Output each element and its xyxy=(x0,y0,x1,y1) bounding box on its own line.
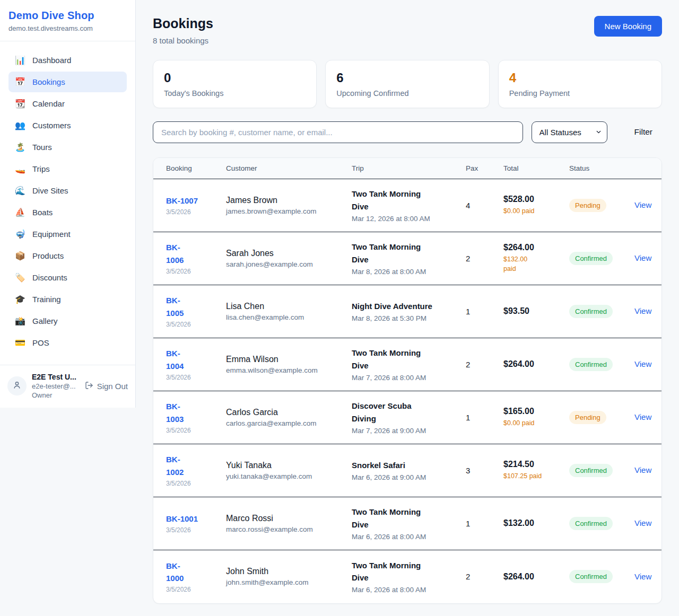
pax-count: 2 xyxy=(466,360,503,369)
trip-name: Two Tank MorningDive xyxy=(352,506,459,531)
pax-count: 1 xyxy=(466,413,503,422)
booking-date: 3/5/2026 xyxy=(166,480,220,487)
view-link[interactable]: View xyxy=(634,572,651,581)
page-header: Bookings 8 total bookings New Booking xyxy=(153,16,662,45)
new-booking-button[interactable]: New Booking xyxy=(594,16,662,37)
search-input[interactable] xyxy=(153,121,523,143)
stat-label: Pending Payment xyxy=(509,89,651,98)
status-badge: Pending xyxy=(569,411,606,424)
total-amount: $93.50 xyxy=(503,306,563,316)
sign-out-button[interactable]: Sign Out xyxy=(85,381,128,391)
status-badge: Confirmed xyxy=(569,305,613,318)
paid-amount: $0.00 paid xyxy=(503,206,563,216)
customer-email: james.brown@example.com xyxy=(226,207,345,215)
table-row: BK-1000 3/5/2026 John Smith john.smith@e… xyxy=(153,550,661,603)
status-badge: Pending xyxy=(569,199,606,212)
credit-card-icon: 💳 xyxy=(15,338,25,348)
booking-id-link[interactable]: BK-1003 xyxy=(166,400,184,425)
booking-id-link[interactable]: BK-1004 xyxy=(166,347,184,372)
pax-count: 1 xyxy=(466,307,503,316)
pax-count: 4 xyxy=(466,201,503,210)
sidebar-item-boats[interactable]: ⛵ Boats xyxy=(8,202,127,223)
view-link[interactable]: View xyxy=(634,306,651,315)
booking-id-link[interactable]: BK-1006 xyxy=(166,241,184,266)
trip-name: Two Tank MorningDive xyxy=(352,241,459,266)
user-icon xyxy=(12,380,22,392)
diving-mask-icon: 🤿 xyxy=(15,229,25,239)
booking-id-link[interactable]: BK-1000 xyxy=(166,560,184,585)
sidebar-item-gallery[interactable]: 📸 Gallery xyxy=(8,311,127,331)
sidebar-item-calendar[interactable]: 📆 Calendar xyxy=(8,93,127,114)
view-link[interactable]: View xyxy=(634,200,651,209)
view-link[interactable]: View xyxy=(634,518,651,527)
sidebar-item-trips[interactable]: 🚤 Trips xyxy=(8,159,127,179)
trip-datetime: Mar 8, 2026 at 8:00 AM xyxy=(352,268,459,276)
booking-date: 3/5/2026 xyxy=(166,321,220,328)
view-link[interactable]: View xyxy=(634,359,651,368)
sidebar-item-tours[interactable]: 🏝️ Tours xyxy=(8,137,127,157)
stat-card: 6 Upcoming Confirmed xyxy=(325,60,489,108)
booking-id-link[interactable]: BK-1001 xyxy=(166,513,198,525)
trip-datetime: Mar 6, 2026 at 8:00 AM xyxy=(352,533,459,541)
stat-label: Today's Bookings xyxy=(164,89,306,98)
booking-date: 3/5/2026 xyxy=(166,374,220,381)
sign-out-label: Sign Out xyxy=(97,382,128,391)
customer-name: John Smith xyxy=(226,567,345,576)
total-amount: $264.00 xyxy=(503,243,563,252)
filter-button[interactable]: Filter xyxy=(625,123,662,141)
stat-value: 0 xyxy=(164,71,306,85)
sidebar-item-bookings[interactable]: 📅 Bookings xyxy=(8,72,127,92)
sidebar-item-dive-sites[interactable]: 🌊 Dive Sites xyxy=(8,180,127,201)
pax-count: 2 xyxy=(466,572,503,581)
shop-domain: demo.test.divestreams.com xyxy=(8,24,127,32)
page-title: Bookings xyxy=(153,16,213,31)
sidebar-item-customers[interactable]: 👥 Customers xyxy=(8,115,127,136)
pax-count: 1 xyxy=(466,519,503,528)
booking-id-link[interactable]: BK-1007 xyxy=(166,195,198,207)
view-link[interactable]: View xyxy=(634,412,651,421)
customer-name: James Brown xyxy=(226,196,345,205)
trip-name: Snorkel Safari xyxy=(352,459,459,471)
main-content: Bookings 8 total bookings New Booking 0 … xyxy=(136,0,679,604)
tear-off-calendar-icon: 📆 xyxy=(15,99,25,109)
table-row: BK-1001 3/5/2026 Marco Rossi marco.rossi… xyxy=(153,497,661,550)
customer-email: yuki.tanaka@example.com xyxy=(226,472,345,480)
sidebar-item-training[interactable]: 🎓 Training xyxy=(8,289,127,310)
column-header: Status xyxy=(569,164,634,172)
user-role: Owner xyxy=(32,391,80,399)
customer-name: Lisa Chen xyxy=(226,302,345,311)
calendar-date-icon: 📅 xyxy=(15,77,25,87)
trip-name: Discover ScubaDiving xyxy=(352,400,459,425)
table-body: BK-1007 3/5/2026 James Brown james.brown… xyxy=(153,179,661,603)
trip-datetime: Mar 7, 2026 at 8:00 AM xyxy=(352,374,459,382)
customer-name: Sarah Jones xyxy=(226,249,345,258)
pax-count: 2 xyxy=(466,254,503,263)
column-header: Customer xyxy=(226,164,352,172)
status-filter-select[interactable]: All Statuses xyxy=(532,121,607,143)
sidebar-header: Demo Dive Shop demo.test.divestreams.com xyxy=(0,0,135,41)
sidebar-item-dashboard[interactable]: 📊 Dashboard xyxy=(8,50,127,71)
trip-datetime: Mar 12, 2026 at 8:00 AM xyxy=(352,215,459,223)
customer-email: john.smith@example.com xyxy=(226,578,345,586)
trip-datetime: Mar 7, 2026 at 9:00 AM xyxy=(352,427,459,435)
avatar xyxy=(7,376,27,395)
sidebar-item-discounts[interactable]: 🏷️ Discounts xyxy=(8,267,127,288)
booking-date: 3/5/2026 xyxy=(166,427,220,434)
island-icon: 🏝️ xyxy=(15,142,25,152)
booking-date: 3/5/2026 xyxy=(166,586,220,593)
total-amount: $528.00 xyxy=(503,195,563,204)
booking-id-link[interactable]: BK-1005 xyxy=(166,294,184,319)
view-link[interactable]: View xyxy=(634,253,651,262)
sidebar-item-products[interactable]: 📦 Products xyxy=(8,245,127,266)
customer-name: Marco Rossi xyxy=(226,514,345,523)
view-link[interactable]: View xyxy=(634,465,651,474)
speedboat-icon: 🚤 xyxy=(15,164,25,174)
booking-id-link[interactable]: BK-1002 xyxy=(166,453,184,478)
sidebar-item-equipment[interactable]: 🤿 Equipment xyxy=(8,224,127,244)
table-row: BK-1005 3/5/2026 Lisa Chen lisa.chen@exa… xyxy=(153,285,661,338)
sign-out-icon xyxy=(85,381,93,391)
total-amount: $214.50 xyxy=(503,460,563,469)
trip-name: Night Dive Adventure xyxy=(352,300,459,312)
status-badge: Confirmed xyxy=(569,358,613,371)
sidebar-item-pos[interactable]: 💳 POS xyxy=(8,332,127,353)
